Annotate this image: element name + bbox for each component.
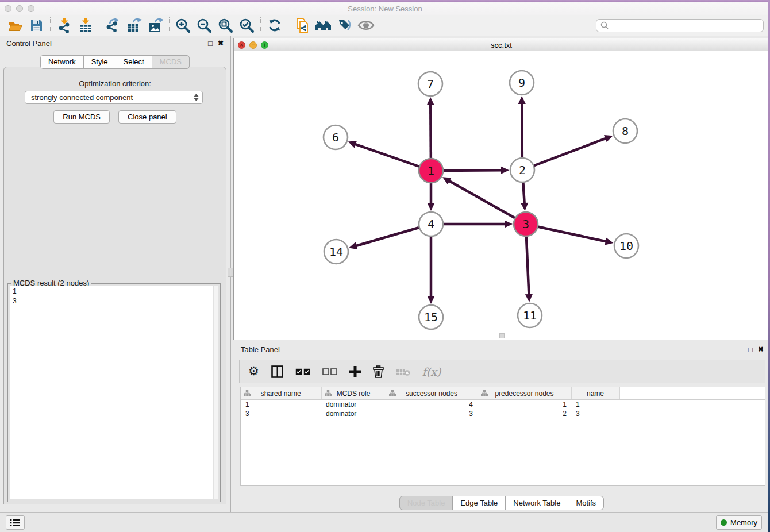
tab-mcds[interactable]: MCDS [152, 55, 190, 69]
toolbar-separator [99, 17, 99, 33]
home-button[interactable] [313, 16, 334, 34]
copy-network-button[interactable] [291, 16, 313, 34]
add-column-button[interactable] [349, 364, 361, 379]
window-title: Session: New Session [0, 5, 770, 13]
toolbar-separator [169, 17, 170, 33]
graph-edge-arrow [427, 203, 434, 211]
column-header-successor-nodes[interactable]: successor nodes [386, 387, 478, 400]
hide-labels-button[interactable] [334, 16, 355, 34]
toolbar-separator [288, 17, 288, 33]
network-maximize-button[interactable]: + [261, 41, 268, 49]
trash-icon [373, 365, 384, 378]
graph-edge-arrow [521, 203, 528, 211]
export-table-button[interactable] [124, 16, 145, 34]
network-close-button[interactable]: × [238, 41, 245, 49]
save-session-button[interactable] [26, 16, 47, 34]
tab-select[interactable]: Select [116, 55, 152, 69]
column-header-shared-name[interactable]: shared name [241, 387, 321, 400]
search-field[interactable] [596, 19, 764, 32]
close-window-button[interactable] [5, 5, 11, 12]
column-header-name[interactable]: name [571, 387, 619, 400]
columns-icon [271, 365, 283, 378]
criterion-value: strongly connected component [31, 93, 192, 102]
export-network-icon [105, 18, 121, 33]
graph-edge-arrow [518, 96, 526, 104]
minimize-window-button[interactable] [16, 5, 23, 12]
graph-node-label-10: 10 [619, 239, 633, 253]
function-builder-button[interactable]: f(x) [422, 364, 441, 379]
zoom-out-icon [197, 18, 212, 33]
close-table-panel-icon[interactable]: ✖ [758, 346, 764, 353]
search-input[interactable] [611, 21, 759, 30]
result-scrollbar[interactable] [213, 286, 218, 499]
search-icon [600, 21, 609, 29]
tab-network[interactable]: Network [40, 55, 83, 69]
network-canvas[interactable]: 7968124314101511 [234, 51, 769, 340]
table-row[interactable]: 1dominator411 [241, 400, 765, 410]
main-content: Control Panel □ ✖ NetworkStyleSelectMCDS… [0, 36, 770, 512]
optimization-label: Optimization criterion: [4, 79, 226, 88]
column-header-predecessor-nodes[interactable]: predecessor nodes [478, 387, 571, 400]
delete-column-button[interactable] [373, 364, 384, 379]
graph-edge-arrow [427, 97, 434, 105]
network-canvas-svg[interactable]: 7968124314101511 [234, 51, 769, 340]
main-toolbar [0, 15, 768, 36]
zoom-selected-button[interactable] [236, 16, 257, 34]
tab-style[interactable]: Style [83, 55, 116, 69]
control-panel-header: Control Panel □ ✖ [0, 36, 230, 50]
import-table-icon [78, 18, 93, 33]
table-tab-motifs[interactable]: Motifs [568, 496, 604, 510]
zoom-window-button[interactable] [28, 5, 34, 12]
label-tag-icon [337, 18, 352, 33]
table-cell: 1 [571, 400, 619, 410]
criterion-dropdown[interactable]: strongly connected component [25, 91, 203, 104]
table-tab-node-table[interactable]: Node Table [399, 496, 453, 510]
deselect-all-button[interactable] [322, 364, 337, 379]
mcds-result-text[interactable]: 1 3 [10, 286, 213, 499]
task-history-button[interactable] [6, 515, 25, 530]
fx-icon: f(x) [422, 365, 441, 378]
node-table[interactable]: shared nameMCDS rolesuccessor nodesprede… [240, 387, 765, 486]
zoom-in-button[interactable] [172, 16, 194, 34]
run-mcds-button[interactable]: Run MCDS [53, 110, 110, 124]
table-tab-network-table[interactable]: Network Table [505, 496, 568, 510]
column-header-MCDS-role[interactable]: MCDS role [321, 387, 386, 400]
network-window-title: scc.txt [234, 41, 769, 49]
table-row[interactable]: 3dominator323 [241, 409, 765, 418]
titlebar: Session: New Session [0, 2, 770, 15]
show-details-button[interactable] [355, 16, 376, 34]
network-window-titlebar[interactable]: × − + scc.txt [234, 38, 769, 52]
table-cell-filler [619, 400, 765, 410]
table-tab-edge-table[interactable]: Edge Table [452, 496, 505, 510]
column-header-filler [619, 387, 765, 400]
table-cell: 4 [386, 400, 478, 410]
import-network-button[interactable] [53, 16, 75, 34]
delete-table-button[interactable] [396, 364, 410, 379]
canvas-resize-grip[interactable] [499, 333, 505, 338]
refresh-layout-button[interactable] [264, 16, 285, 34]
export-network-button[interactable] [102, 16, 124, 34]
table-settings-button[interactable]: ⚙ [248, 364, 259, 379]
graph-edge-2-8[interactable] [522, 138, 606, 170]
select-all-button[interactable] [295, 364, 310, 379]
select-all-icon [295, 368, 310, 375]
zoom-fit-icon [218, 18, 233, 33]
graph-edge-3-1[interactable] [448, 180, 526, 224]
graph-edge-arrow [349, 242, 357, 249]
close-panel-button[interactable]: Close panel [118, 110, 176, 124]
zoom-fit-button[interactable] [215, 16, 236, 34]
graph-node-label-4: 4 [428, 217, 434, 231]
zoom-out-button[interactable] [194, 16, 215, 34]
close-panel-icon[interactable]: ✖ [218, 40, 224, 47]
show-columns-button[interactable] [271, 364, 283, 379]
graph-edge-arrow [348, 141, 357, 148]
export-image-button[interactable] [145, 16, 166, 34]
network-minimize-button[interactable]: − [249, 41, 257, 49]
float-panel-icon[interactable]: □ [208, 40, 213, 47]
import-table-button[interactable] [75, 16, 96, 34]
float-table-panel-icon[interactable]: □ [748, 346, 753, 353]
network-window: × − + scc.txt 7968124314101511 [233, 38, 769, 340]
graph-node-label-11: 11 [523, 309, 537, 322]
open-session-button[interactable] [5, 16, 26, 34]
memory-button[interactable]: Memory [716, 515, 762, 530]
